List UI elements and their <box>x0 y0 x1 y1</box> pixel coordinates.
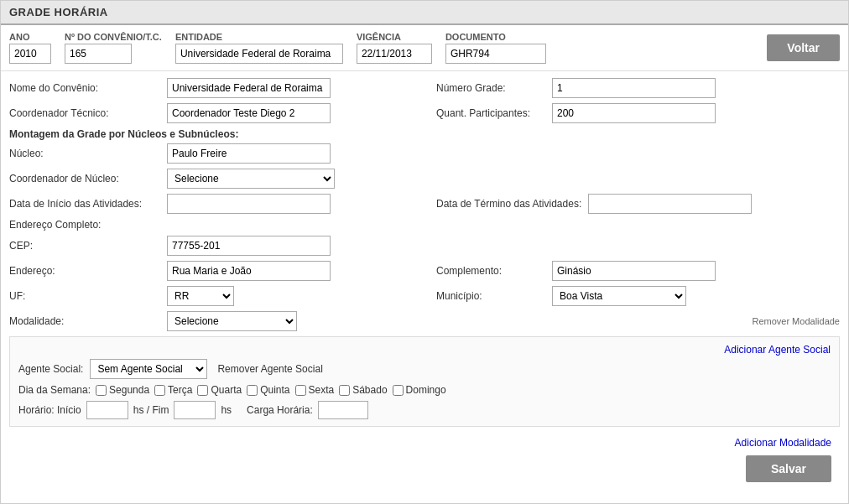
coordenador-nucleo-select[interactable]: Selecione <box>167 169 335 189</box>
data-inicio-label: Data de Início das Atividades: <box>9 198 160 210</box>
coordenador-nucleo-label: Coordenador de Núcleo: <box>9 173 160 184</box>
nucleo-row: Núcleo: <box>9 143 840 164</box>
endereco-label: Endereço: <box>9 265 160 277</box>
documento-group: DOCUMENTO <box>445 32 546 64</box>
checkbox-segunda: Segunda <box>96 384 149 396</box>
carga-horaria-input[interactable] <box>318 401 368 419</box>
endereco-completo-row: Endereço Completo: <box>9 219 840 231</box>
page-title: GRADE HORÁRIA <box>1 1 848 25</box>
cep-label: CEP: <box>9 240 160 252</box>
label-quarta: Quarta <box>211 384 242 396</box>
documento-input[interactable] <box>445 44 546 64</box>
ano-input[interactable] <box>9 44 51 64</box>
check-domingo[interactable] <box>393 385 404 396</box>
vigencia-group: VIGÊNCIA <box>357 32 432 64</box>
checkbox-terca: Terça <box>154 384 192 396</box>
check-terca[interactable] <box>154 385 165 396</box>
data-termino-input[interactable] <box>588 194 752 214</box>
check-quinta[interactable] <box>247 385 258 396</box>
header-row: ANO Nº DO CONVÊNIO/T.C. ENTIDADE VIGÊNCI… <box>1 25 848 71</box>
nome-convenio-input[interactable] <box>167 78 331 98</box>
modalidade-select[interactable]: Selecione <box>167 311 297 331</box>
coordenador-tecnico-input[interactable] <box>167 103 331 123</box>
uf-label: UF: <box>9 290 160 302</box>
adicionar-modalidade-link[interactable]: Adicionar Modalidade <box>735 437 831 449</box>
conv-input[interactable] <box>65 44 132 64</box>
label-domingo: Domingo <box>406 384 446 396</box>
numero-grade-input[interactable] <box>552 78 716 98</box>
coord-quant-row: Coordenador Técnico: Quant. Participante… <box>9 103 840 123</box>
label-quinta: Quinta <box>260 384 289 396</box>
nome-convenio-label: Nome do Convênio: <box>9 82 160 94</box>
documento-label: DOCUMENTO <box>445 32 546 42</box>
horario-fim-input[interactable] <box>174 401 216 419</box>
salvar-row: Salvar <box>9 452 840 491</box>
remover-agente-link[interactable]: Remover Agente Social <box>217 363 322 375</box>
checkbox-sabado: Sábado <box>339 384 387 396</box>
nome-grade-row: Nome do Convênio: Número Grade: <box>9 78 840 98</box>
complemento-input[interactable] <box>552 261 716 281</box>
endereco-input[interactable] <box>167 261 331 281</box>
adicionar-agente-link[interactable]: Adicionar Agente Social <box>724 344 831 356</box>
municipio-select[interactable]: Boa Vista Caracaraí Rorainópolis <box>552 286 686 306</box>
check-segunda[interactable] <box>96 385 107 396</box>
agente-social-select[interactable]: Sem Agente Social <box>90 359 207 379</box>
horario-label: Horário: Início <box>18 404 81 416</box>
vigencia-label: VIGÊNCIA <box>357 32 432 42</box>
cep-input[interactable] <box>167 236 331 256</box>
quant-participantes-input[interactable] <box>552 103 716 123</box>
data-inicio-input[interactable] <box>167 194 331 214</box>
agente-social-label: Agente Social: <box>18 363 83 375</box>
form-section: Nome do Convênio: Número Grade: Coordena… <box>1 71 848 497</box>
municipio-label: Município: <box>436 290 545 302</box>
carga-horaria-label: Carga Horária: <box>247 404 313 416</box>
ano-label: ANO <box>9 32 51 42</box>
uf-municipio-row: UF: RR ACALAP AMBACE Município: Boa Vist… <box>9 286 840 306</box>
label-segunda: Segunda <box>109 384 149 396</box>
nucleo-label: Núcleo: <box>9 148 160 159</box>
complemento-label: Complemento: <box>436 265 545 277</box>
horario-inicio-input[interactable] <box>86 401 128 419</box>
conv-group: Nº DO CONVÊNIO/T.C. <box>65 32 162 64</box>
nucleo-input[interactable] <box>167 143 331 164</box>
voltar-button[interactable]: Voltar <box>767 34 840 61</box>
check-sabado[interactable] <box>339 385 350 396</box>
hs2-label: hs <box>221 404 232 416</box>
modalidade-row: Modalidade: Selecione Remover Modalidade <box>9 311 840 331</box>
agente-social-section: Adicionar Agente Social Agente Social: S… <box>9 336 840 427</box>
label-sexta: Sexta <box>309 384 335 396</box>
horario-row: Horário: Início hs / Fim hs Carga Horári… <box>18 401 831 419</box>
adicionar-agente-right: Adicionar Agente Social <box>18 344 831 356</box>
hs-label: hs / Fim <box>133 404 169 416</box>
checkbox-quinta: Quinta <box>247 384 289 396</box>
endereco-complemento-row: Endereço: Complemento: <box>9 261 840 281</box>
coordenador-tecnico-label: Coordenador Técnico: <box>9 107 160 119</box>
salvar-button[interactable]: Salvar <box>746 455 831 482</box>
checkbox-domingo: Domingo <box>393 384 446 396</box>
check-quarta[interactable] <box>197 385 208 396</box>
vigencia-input[interactable] <box>357 44 432 64</box>
endereco-completo-label: Endereço Completo: <box>9 219 160 231</box>
label-terca: Terça <box>168 384 192 396</box>
modalidade-label: Modalidade: <box>9 315 160 327</box>
entidade-label: ENTIDADE <box>175 32 343 42</box>
coordenador-nucleo-row: Coordenador de Núcleo: Selecione <box>9 169 840 189</box>
numero-grade-label: Número Grade: <box>436 82 545 94</box>
dia-semana-label: Dia da Semana: <box>18 384 91 396</box>
check-sexta[interactable] <box>295 385 306 396</box>
uf-select[interactable]: RR ACALAP AMBACE <box>167 286 234 306</box>
checkbox-quarta: Quarta <box>197 384 242 396</box>
data-row: Data de Início das Atividades: Data de T… <box>9 194 840 214</box>
remover-modalidade-link[interactable]: Remover Modalidade <box>752 316 840 326</box>
label-sabado: Sábado <box>352 384 387 396</box>
adicionar-modalidade-row: Adicionar Modalidade <box>9 432 840 452</box>
cep-row: CEP: <box>9 236 840 256</box>
entidade-input[interactable] <box>175 44 343 64</box>
checkbox-sexta: Sexta <box>295 384 335 396</box>
conv-label: Nº DO CONVÊNIO/T.C. <box>65 32 162 42</box>
quant-participantes-label: Quant. Participantes: <box>436 107 545 119</box>
data-termino-label: Data de Término das Atividades: <box>436 198 581 210</box>
dia-semana-row: Dia da Semana: Segunda Terça Quarta Quin… <box>18 384 831 396</box>
ano-group: ANO <box>9 32 51 64</box>
agente-row: Agente Social: Sem Agente Social Remover… <box>18 359 831 379</box>
